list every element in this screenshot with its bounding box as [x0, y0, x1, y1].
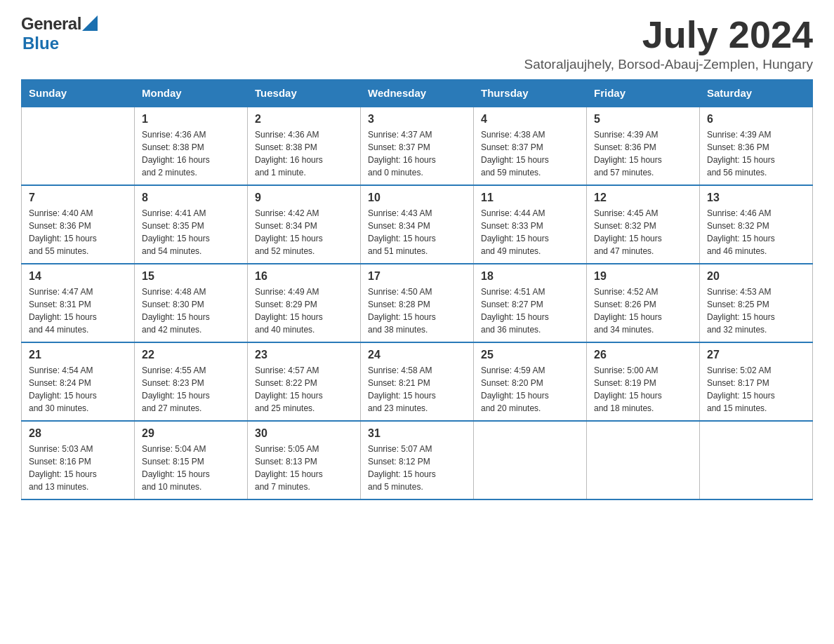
day-info: Sunrise: 5:00 AM Sunset: 8:19 PM Dayligh… — [594, 364, 692, 415]
day-info: Sunrise: 4:44 AM Sunset: 8:33 PM Dayligh… — [481, 207, 579, 257]
day-number: 25 — [481, 349, 579, 361]
day-number: 8 — [142, 192, 240, 204]
table-row — [587, 421, 700, 499]
day-info: Sunrise: 4:55 AM Sunset: 8:23 PM Dayligh… — [142, 364, 240, 415]
table-row — [474, 421, 587, 499]
page-header: General Blue July 2024 Satoraljaujhely, … — [21, 14, 813, 72]
day-info: Sunrise: 4:46 AM Sunset: 8:32 PM Dayligh… — [707, 207, 805, 257]
day-number: 31 — [368, 427, 466, 440]
day-info: Sunrise: 4:38 AM Sunset: 8:37 PM Dayligh… — [481, 128, 579, 179]
day-number: 1 — [142, 113, 240, 126]
day-number: 27 — [707, 349, 805, 361]
day-number: 10 — [368, 192, 466, 204]
table-row: 8Sunrise: 4:41 AM Sunset: 8:35 PM Daylig… — [135, 185, 248, 264]
day-number: 16 — [255, 270, 353, 283]
calendar-week-row: 14Sunrise: 4:47 AM Sunset: 8:31 PM Dayli… — [22, 264, 813, 342]
table-row: 11Sunrise: 4:44 AM Sunset: 8:33 PM Dayli… — [474, 185, 587, 264]
table-row: 6Sunrise: 4:39 AM Sunset: 8:36 PM Daylig… — [700, 107, 813, 185]
day-info: Sunrise: 5:02 AM Sunset: 8:17 PM Dayligh… — [707, 364, 805, 415]
header-saturday: Saturday — [700, 80, 813, 107]
day-number: 28 — [29, 427, 127, 440]
table-row: 24Sunrise: 4:58 AM Sunset: 8:21 PM Dayli… — [361, 342, 474, 421]
calendar-week-row: 1Sunrise: 4:36 AM Sunset: 8:38 PM Daylig… — [22, 107, 813, 185]
day-number: 4 — [481, 113, 579, 126]
day-info: Sunrise: 4:48 AM Sunset: 8:30 PM Dayligh… — [142, 286, 240, 336]
day-number: 21 — [29, 349, 127, 361]
table-row: 27Sunrise: 5:02 AM Sunset: 8:17 PM Dayli… — [700, 342, 813, 421]
table-row: 12Sunrise: 4:45 AM Sunset: 8:32 PM Dayli… — [587, 185, 700, 264]
day-info: Sunrise: 5:03 AM Sunset: 8:16 PM Dayligh… — [29, 443, 127, 493]
day-number: 26 — [594, 349, 692, 361]
day-number: 11 — [481, 192, 579, 204]
day-info: Sunrise: 4:52 AM Sunset: 8:26 PM Dayligh… — [594, 286, 692, 336]
table-row: 1Sunrise: 4:36 AM Sunset: 8:38 PM Daylig… — [135, 107, 248, 185]
day-number: 29 — [142, 427, 240, 440]
table-row — [700, 421, 813, 499]
header-monday: Monday — [135, 80, 248, 107]
table-row: 26Sunrise: 5:00 AM Sunset: 8:19 PM Dayli… — [587, 342, 700, 421]
day-number: 19 — [594, 270, 692, 283]
table-row: 23Sunrise: 4:57 AM Sunset: 8:22 PM Dayli… — [248, 342, 361, 421]
day-number: 23 — [255, 349, 353, 361]
day-info: Sunrise: 5:05 AM Sunset: 8:13 PM Dayligh… — [255, 443, 353, 493]
day-info: Sunrise: 4:50 AM Sunset: 8:28 PM Dayligh… — [368, 286, 466, 336]
day-number: 2 — [255, 113, 353, 126]
day-number: 7 — [29, 192, 127, 204]
table-row: 30Sunrise: 5:05 AM Sunset: 8:13 PM Dayli… — [248, 421, 361, 499]
table-row: 28Sunrise: 5:03 AM Sunset: 8:16 PM Dayli… — [22, 421, 135, 499]
day-info: Sunrise: 4:36 AM Sunset: 8:38 PM Dayligh… — [142, 128, 240, 179]
table-row — [22, 107, 135, 185]
logo-general-text: General — [21, 14, 81, 34]
day-info: Sunrise: 4:37 AM Sunset: 8:37 PM Dayligh… — [368, 128, 466, 179]
table-row: 15Sunrise: 4:48 AM Sunset: 8:30 PM Dayli… — [135, 264, 248, 342]
table-row: 4Sunrise: 4:38 AM Sunset: 8:37 PM Daylig… — [474, 107, 587, 185]
title-section: July 2024 Satoraljaujhely, Borsod-Abauj-… — [524, 14, 813, 72]
logo: General Blue — [21, 14, 98, 53]
calendar-week-row: 7Sunrise: 4:40 AM Sunset: 8:36 PM Daylig… — [22, 185, 813, 264]
day-number: 30 — [255, 427, 353, 440]
table-row: 21Sunrise: 4:54 AM Sunset: 8:24 PM Dayli… — [22, 342, 135, 421]
day-info: Sunrise: 4:36 AM Sunset: 8:38 PM Dayligh… — [255, 128, 353, 179]
header-friday: Friday — [587, 80, 700, 107]
day-number: 18 — [481, 270, 579, 283]
day-info: Sunrise: 4:53 AM Sunset: 8:25 PM Dayligh… — [707, 286, 805, 336]
header-tuesday: Tuesday — [248, 80, 361, 107]
calendar-header-row: Sunday Monday Tuesday Wednesday Thursday… — [22, 80, 813, 107]
table-row: 5Sunrise: 4:39 AM Sunset: 8:36 PM Daylig… — [587, 107, 700, 185]
logo-blue-text: Blue — [22, 34, 59, 53]
table-row: 16Sunrise: 4:49 AM Sunset: 8:29 PM Dayli… — [248, 264, 361, 342]
day-number: 17 — [368, 270, 466, 283]
day-number: 3 — [368, 113, 466, 126]
svg-marker-0 — [82, 15, 98, 31]
header-wednesday: Wednesday — [361, 80, 474, 107]
day-number: 12 — [594, 192, 692, 204]
day-info: Sunrise: 4:49 AM Sunset: 8:29 PM Dayligh… — [255, 286, 353, 336]
table-row: 18Sunrise: 4:51 AM Sunset: 8:27 PM Dayli… — [474, 264, 587, 342]
day-number: 13 — [707, 192, 805, 204]
header-thursday: Thursday — [474, 80, 587, 107]
table-row: 10Sunrise: 4:43 AM Sunset: 8:34 PM Dayli… — [361, 185, 474, 264]
day-number: 6 — [707, 113, 805, 126]
table-row: 2Sunrise: 4:36 AM Sunset: 8:38 PM Daylig… — [248, 107, 361, 185]
table-row: 14Sunrise: 4:47 AM Sunset: 8:31 PM Dayli… — [22, 264, 135, 342]
table-row: 19Sunrise: 4:52 AM Sunset: 8:26 PM Dayli… — [587, 264, 700, 342]
table-row: 7Sunrise: 4:40 AM Sunset: 8:36 PM Daylig… — [22, 185, 135, 264]
day-info: Sunrise: 5:07 AM Sunset: 8:12 PM Dayligh… — [368, 443, 466, 493]
day-number: 15 — [142, 270, 240, 283]
month-title: July 2024 — [524, 14, 813, 55]
day-info: Sunrise: 4:57 AM Sunset: 8:22 PM Dayligh… — [255, 364, 353, 415]
day-number: 20 — [707, 270, 805, 283]
table-row: 31Sunrise: 5:07 AM Sunset: 8:12 PM Dayli… — [361, 421, 474, 499]
table-row: 3Sunrise: 4:37 AM Sunset: 8:37 PM Daylig… — [361, 107, 474, 185]
day-number: 5 — [594, 113, 692, 126]
table-row: 29Sunrise: 5:04 AM Sunset: 8:15 PM Dayli… — [135, 421, 248, 499]
day-info: Sunrise: 4:41 AM Sunset: 8:35 PM Dayligh… — [142, 207, 240, 257]
calendar-week-row: 21Sunrise: 4:54 AM Sunset: 8:24 PM Dayli… — [22, 342, 813, 421]
day-info: Sunrise: 4:59 AM Sunset: 8:20 PM Dayligh… — [481, 364, 579, 415]
day-info: Sunrise: 4:58 AM Sunset: 8:21 PM Dayligh… — [368, 364, 466, 415]
table-row: 20Sunrise: 4:53 AM Sunset: 8:25 PM Dayli… — [700, 264, 813, 342]
day-number: 14 — [29, 270, 127, 283]
table-row: 25Sunrise: 4:59 AM Sunset: 8:20 PM Dayli… — [474, 342, 587, 421]
day-info: Sunrise: 4:42 AM Sunset: 8:34 PM Dayligh… — [255, 207, 353, 257]
location-subtitle: Satoraljaujhely, Borsod-Abauj-Zemplen, H… — [524, 57, 813, 72]
